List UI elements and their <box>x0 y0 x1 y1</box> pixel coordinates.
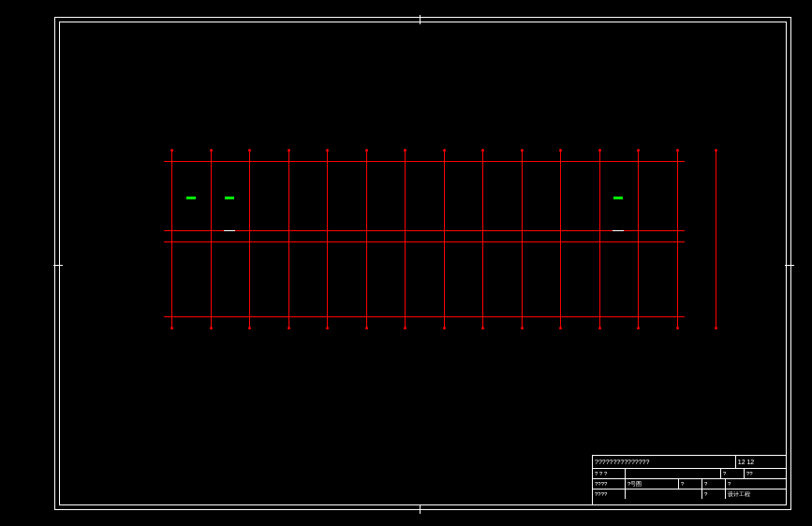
tb-r3a: ???? <box>593 479 626 489</box>
title-block: ??????????????? 12 12 ? ? ? ? ?? ???? ?号… <box>592 455 786 504</box>
grid-axis-vertical <box>366 150 367 328</box>
tb-r4c: ? <box>702 489 726 499</box>
grid-tick <box>637 327 640 329</box>
grid-tick <box>248 327 251 329</box>
grid-axis-vertical <box>716 150 716 328</box>
tb-r4d: 设计工程 <box>726 489 786 499</box>
grid-axis-vertical <box>171 150 172 328</box>
grid-tick <box>715 149 717 152</box>
tb-r2b <box>626 469 721 478</box>
tb-r2d: ?? <box>745 469 786 478</box>
grid-axis-vertical <box>444 150 445 328</box>
tb-r4b <box>626 489 702 499</box>
grid-axis-horizontal <box>164 316 685 317</box>
grid-tick <box>404 149 406 152</box>
grid-tick <box>637 149 640 152</box>
grid-tick <box>288 327 290 329</box>
grid-axis-vertical <box>482 150 483 328</box>
tb-project: ??????????????? <box>593 456 736 468</box>
window-opening <box>613 197 623 199</box>
tb-r3c2: ? <box>702 479 726 489</box>
tb-r3b: ?号图 <box>626 479 679 489</box>
frame-tick <box>53 265 63 266</box>
grid-tick <box>248 149 251 152</box>
grid-axis-vertical <box>522 150 523 328</box>
grid-axis-vertical <box>638 150 639 328</box>
door-opening <box>613 230 624 231</box>
grid-tick <box>715 327 717 329</box>
grid-axis-vertical <box>211 150 212 328</box>
grid-tick <box>288 149 290 152</box>
grid-tick <box>170 327 173 329</box>
grid-tick <box>210 327 213 329</box>
frame-tick <box>420 504 421 514</box>
grid-axis-vertical <box>249 150 250 328</box>
grid-tick <box>559 327 562 329</box>
grid-tick <box>559 149 562 152</box>
grid-axis-horizontal <box>164 161 685 162</box>
frame-tick <box>420 15 421 24</box>
grid-tick <box>170 149 173 152</box>
grid-tick <box>521 327 524 329</box>
grid-tick <box>598 149 601 152</box>
grid-axis-horizontal <box>164 241 685 242</box>
tb-r2a: ? ? ? <box>593 469 626 478</box>
door-opening <box>224 230 235 231</box>
grid-tick <box>481 327 484 329</box>
grid-axis-vertical <box>560 150 561 328</box>
grid-tick <box>481 149 484 152</box>
tb-r4a: ???? <box>593 489 626 499</box>
grid-axis-vertical <box>288 150 289 328</box>
grid-tick <box>365 327 368 329</box>
grid-tick <box>676 149 679 152</box>
grid-tick <box>443 327 446 329</box>
grid-tick <box>365 149 368 152</box>
cad-canvas[interactable]: ??????????????? 12 12 ? ? ? ? ?? ???? ?号… <box>0 0 812 526</box>
grid-tick <box>326 327 329 329</box>
grid-tick <box>521 149 524 152</box>
grid-axis-vertical <box>405 150 406 328</box>
grid-tick <box>598 327 601 329</box>
grid-axis-horizontal <box>164 230 685 231</box>
grid-axis-vertical <box>677 150 678 328</box>
window-opening <box>225 197 234 199</box>
tb-drawing-no: 12 12 <box>736 456 786 468</box>
grid-axis-vertical <box>327 150 328 328</box>
tb-r3d: ? <box>726 479 786 489</box>
grid-tick <box>404 327 406 329</box>
window-opening <box>186 197 196 199</box>
grid-axis-vertical <box>599 150 600 328</box>
grid-tick <box>326 149 329 152</box>
grid-tick <box>443 149 446 152</box>
tb-r3c: ? <box>679 479 702 489</box>
frame-tick <box>785 265 794 266</box>
tb-r2c: ? <box>721 469 745 478</box>
grid-tick <box>676 327 679 329</box>
grid-tick <box>210 149 213 152</box>
